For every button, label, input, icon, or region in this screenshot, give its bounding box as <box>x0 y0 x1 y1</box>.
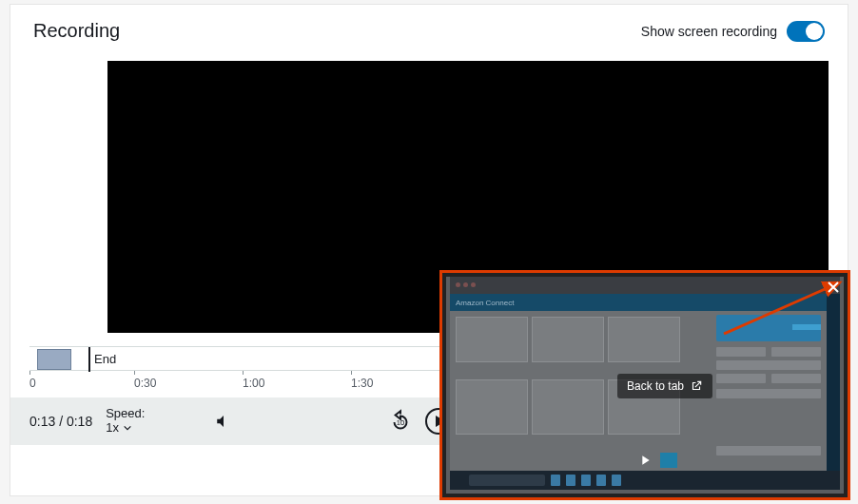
pip-side-button <box>716 374 766 383</box>
back-to-tab-button[interactable]: Back to tab <box>617 374 712 398</box>
tick-2: 1:00 <box>243 377 264 390</box>
window-traffic-lights-icon <box>456 282 476 287</box>
pip-play-icon[interactable] <box>637 453 653 468</box>
pip-close-button[interactable] <box>825 279 842 296</box>
pip-side-button <box>771 347 821 357</box>
timeline-segment[interactable] <box>37 349 71 370</box>
end-marker[interactable] <box>88 347 90 372</box>
pip-app-title: Amazon Connect <box>456 299 514 307</box>
speed-selector[interactable]: Speed: 1x <box>106 407 145 436</box>
pip-side-button <box>716 360 821 370</box>
tick-1: 0:30 <box>134 377 156 390</box>
show-recording-toggle[interactable] <box>787 21 825 42</box>
pip-progress-chip <box>660 453 677 468</box>
pip-tile <box>532 379 604 435</box>
page-title: Recording <box>33 20 120 42</box>
pip-tile <box>532 317 604 362</box>
svg-text:10: 10 <box>397 418 404 427</box>
pip-right-rail <box>827 294 840 471</box>
pip-content: Amazon Connect Back to tab <box>446 277 844 494</box>
close-icon <box>827 281 840 294</box>
pip-tile <box>456 379 528 435</box>
back-to-tab-label: Back to tab <box>627 379 684 393</box>
pip-tile <box>608 317 680 362</box>
recording-header: Recording Show screen recording <box>10 5 848 59</box>
tick-0: 0 <box>29 377 36 390</box>
speed-label: Speed: <box>106 407 145 421</box>
pip-taskbar-search <box>469 475 545 486</box>
rewind-10-icon: 10 <box>388 409 413 434</box>
volume-button[interactable] <box>209 407 238 436</box>
pip-taskbar-icons <box>551 475 621 486</box>
pip-tile <box>456 317 528 362</box>
chevron-down-icon <box>123 423 132 433</box>
end-label: End <box>94 352 116 366</box>
picture-in-picture-overlay[interactable]: Amazon Connect Back to tab <box>439 270 850 500</box>
pip-ccp-card <box>716 315 821 341</box>
pip-side-button <box>716 347 766 357</box>
toggle-label: Show screen recording <box>641 24 777 39</box>
pip-play-bar <box>446 450 844 471</box>
speed-value: 1x <box>106 421 119 436</box>
volume-icon <box>215 413 232 430</box>
open-in-new-icon <box>690 379 703 393</box>
pip-side-button <box>716 389 821 398</box>
pip-app-bar: Amazon Connect <box>450 294 827 311</box>
rewind-10-button[interactable]: 10 <box>386 407 415 436</box>
pip-side-button <box>771 374 821 383</box>
video-gutter <box>29 61 107 333</box>
tick-3: 1:30 <box>351 377 373 390</box>
time-display: 0:13 / 0:18 <box>29 414 92 429</box>
show-recording-toggle-group: Show screen recording <box>641 21 825 42</box>
pip-taskbar <box>450 471 840 490</box>
pip-browser-chrome <box>450 277 840 294</box>
